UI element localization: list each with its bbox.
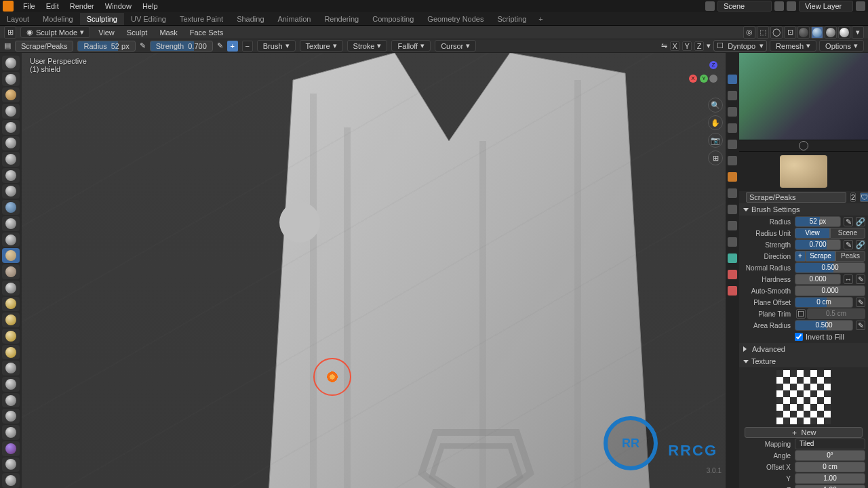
tool-elastic-deform[interactable]	[2, 312, 20, 327]
tool-rotate[interactable]	[2, 393, 20, 408]
properties-search[interactable]	[739, 140, 868, 152]
hardness-field[interactable]: 0.000	[795, 274, 841, 285]
header-view[interactable]: View	[94, 28, 119, 37]
tool-draw-sharp[interactable]	[2, 72, 20, 87]
prop-tab-constraints-icon[interactable]	[728, 237, 737, 247]
tab-layout[interactable]: Layout	[0, 13, 36, 25]
tool-snake-hook[interactable]	[2, 329, 20, 344]
radius-pressure-icon[interactable]: ✎	[140, 41, 146, 50]
tool-fill[interactable]	[2, 232, 20, 247]
tool-clay-strips[interactable]	[2, 104, 20, 119]
radius-unified-icon[interactable]: 🔗	[856, 217, 865, 226]
menu-file[interactable]: File	[18, 2, 41, 10]
camera-icon[interactable]: 📷	[708, 133, 723, 148]
mode-selector[interactable]: ◉Sculpt Mode▾	[20, 26, 90, 38]
brush-name-input[interactable]	[746, 192, 846, 203]
sizey-field[interactable]: 1.00	[795, 473, 865, 484]
gizmo-z[interactable]: Z	[709, 61, 717, 69]
planeoffset-pen-icon[interactable]: ✎	[856, 298, 865, 307]
gizmo-x[interactable]: X	[689, 75, 697, 83]
tool-nudge[interactable]	[2, 377, 20, 392]
overlays-toggle-icon[interactable]: ◯	[770, 26, 783, 39]
tool-mask[interactable]	[2, 473, 20, 488]
shading-rendered-icon[interactable]	[838, 26, 850, 39]
viewlayer-name-input[interactable]	[799, 1, 853, 12]
section-brush-settings[interactable]: Brush Settings	[739, 203, 868, 216]
prop-tab-particles-icon[interactable]	[728, 205, 737, 214]
planeoffset-field[interactable]: 0 cm	[795, 297, 853, 308]
nav-gizmo[interactable]: X Y Z	[686, 58, 720, 92]
prop-tab-modifier-icon[interactable]	[728, 188, 737, 198]
tool-slide-relax[interactable]	[2, 409, 20, 424]
arearadius-field[interactable]: 0.500	[795, 320, 853, 331]
prop-tab-material-icon[interactable]	[728, 270, 737, 279]
tab-compositing[interactable]: Compositing	[366, 13, 420, 25]
tool-clay[interactable]	[2, 87, 20, 102]
tool-scrape[interactable]	[2, 248, 20, 263]
gizmo-y[interactable]: Y	[700, 75, 708, 83]
tab-geometrynodes[interactable]: Geometry Nodes	[420, 13, 490, 25]
prop-tab-world-icon[interactable]	[728, 156, 737, 165]
texture-new-button[interactable]: ＋New	[745, 427, 863, 438]
strength-slider[interactable]: Strength0.700	[150, 41, 213, 52]
add-workspace-button[interactable]: +	[533, 14, 548, 24]
tool-layer[interactable]	[2, 136, 20, 151]
tool-draw[interactable]	[2, 56, 20, 70]
prop-tab-object-icon[interactable]	[728, 172, 737, 182]
inverttofill-checkbox[interactable]	[795, 333, 803, 341]
brush-browse-icon[interactable]: ▤	[4, 41, 11, 50]
tab-sculpting[interactable]: Sculpting	[80, 13, 124, 25]
fake-user-icon[interactable]: 🛡	[860, 192, 868, 202]
brush-dropdown[interactable]: Brush▾	[257, 40, 296, 52]
brush-name-field[interactable]: Scrape/Peaks	[15, 41, 73, 52]
menu-render[interactable]: Render	[64, 2, 100, 10]
shading-solid-icon[interactable]	[811, 26, 823, 39]
section-advanced[interactable]: Advanced	[739, 343, 868, 355]
prop-tab-physics-icon[interactable]	[728, 221, 737, 230]
tool-cloth[interactable]	[2, 441, 20, 456]
viewlayer-new-icon[interactable]	[856, 1, 865, 11]
direction-subtract-button[interactable]: −	[242, 41, 253, 52]
tab-uvediting[interactable]: UV Editing	[124, 13, 173, 25]
texture-preview[interactable]	[776, 370, 831, 424]
prop-tab-mesh-icon[interactable]	[728, 253, 737, 263]
dyntopo-checkbox[interactable]: ☐ Dyntopo ▾	[713, 40, 767, 52]
tool-smooth[interactable]	[2, 200, 20, 215]
prop-tab-texture-icon[interactable]	[728, 286, 737, 296]
stroke-dropdown[interactable]: Stroke▾	[347, 40, 388, 52]
strength-unified-icon[interactable]: 🔗	[856, 240, 865, 249]
tab-shading[interactable]: Shading	[230, 13, 271, 25]
header-facesets[interactable]: Face Sets	[186, 28, 228, 37]
offsetx-field[interactable]: 0 cm	[795, 462, 865, 472]
mirror-y-toggle[interactable]: Y	[682, 41, 692, 51]
planetrim-toggle[interactable]: ☐	[796, 309, 806, 319]
options-dropdown[interactable]: Options▾	[819, 40, 864, 52]
hardness-pen-icon[interactable]: ↔	[844, 274, 853, 284]
radius-pen-icon[interactable]: ✎	[844, 217, 853, 226]
shading-wire-icon[interactable]	[797, 26, 810, 39]
normalradius-field[interactable]: 0.500	[795, 262, 865, 273]
tool-thumb[interactable]	[2, 345, 20, 360]
planetrim-field[interactable]: 0.5 cm	[807, 308, 865, 319]
gizmo-toggle-icon[interactable]: ⬚	[757, 26, 769, 39]
menu-help[interactable]: Help	[137, 2, 163, 10]
texture-dropdown[interactable]: Texture▾	[300, 40, 343, 52]
menu-window[interactable]: Window	[100, 2, 137, 10]
mapping-dropdown[interactable]: Tiled	[795, 439, 865, 449]
tool-boundary[interactable]	[2, 425, 20, 440]
ortho-toggle-icon[interactable]: ⊞	[708, 150, 723, 165]
shading-matprev-icon[interactable]	[825, 26, 837, 39]
viewport-3d[interactable]: User Perspective (1) shield X Y Z 🔍 ✋ 📷 …	[22, 53, 726, 488]
mirror-x-toggle[interactable]: X	[670, 41, 679, 51]
prop-tab-viewlayer-icon[interactable]	[728, 123, 737, 133]
view-object-types-icon[interactable]: ◎	[743, 26, 755, 39]
brush-users-count[interactable]: 2	[850, 192, 856, 202]
hardness-invert-icon[interactable]: ✎	[856, 274, 865, 284]
radius-slider[interactable]: Radius52 px	[77, 41, 135, 52]
tab-animation[interactable]: Animation	[271, 13, 318, 25]
zoom-icon[interactable]: 🔍	[708, 98, 723, 113]
autosmooth-field[interactable]: 0.000	[795, 285, 865, 296]
tab-rendering[interactable]: Rendering	[317, 13, 366, 25]
gizmo-neg[interactable]	[709, 75, 717, 83]
prop-tab-tool-icon[interactable]	[728, 75, 737, 84]
